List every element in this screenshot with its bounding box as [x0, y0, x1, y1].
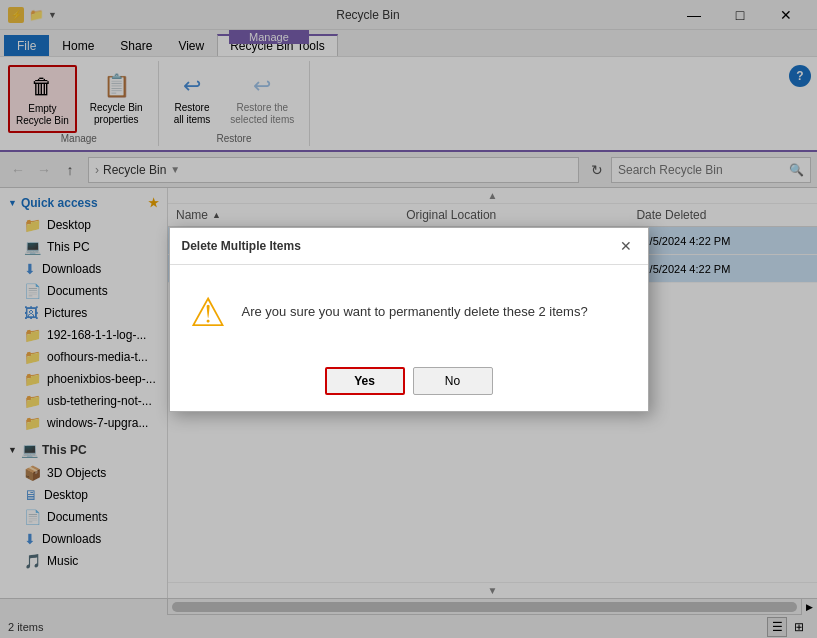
dialog-body: ⚠ Are you sure you want to permanently d…: [170, 265, 648, 359]
dialog-buttons: Yes No: [170, 359, 648, 411]
dialog-close-button[interactable]: ✕: [616, 236, 636, 256]
dialog-message: Are you sure you want to permanently del…: [242, 304, 588, 319]
dialog-title: Delete Multiple Items: [182, 239, 301, 253]
dialog-titlebar: Delete Multiple Items ✕: [170, 228, 648, 265]
warning-icon: ⚠: [190, 289, 226, 335]
dialog-overlay: Delete Multiple Items ✕ ⚠ Are you sure y…: [0, 0, 817, 638]
dialog-no-button[interactable]: No: [413, 367, 493, 395]
dialog-yes-button[interactable]: Yes: [325, 367, 405, 395]
delete-dialog: Delete Multiple Items ✕ ⚠ Are you sure y…: [169, 227, 649, 412]
